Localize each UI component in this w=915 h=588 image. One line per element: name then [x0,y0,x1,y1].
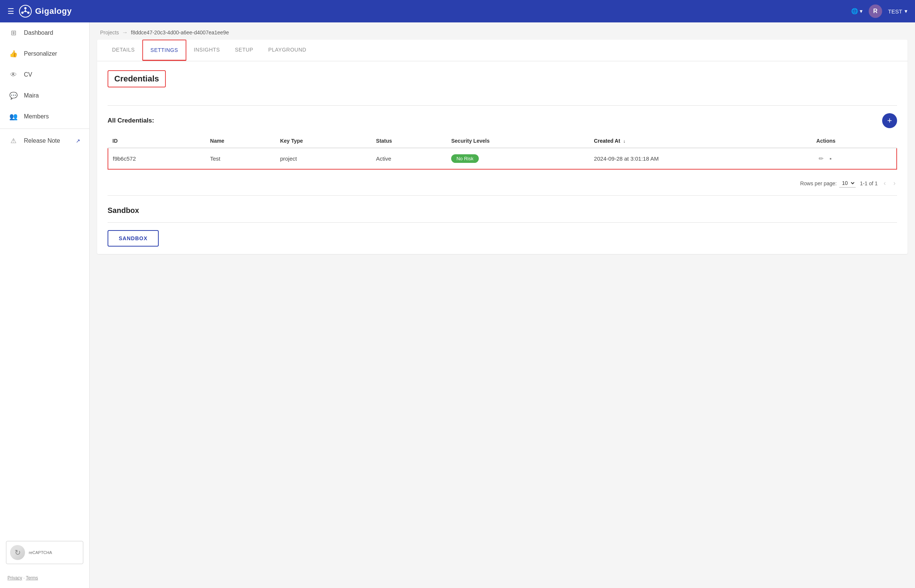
logo-text: Gigalogy [35,6,72,16]
tab-setup[interactable]: SETUP [228,40,261,61]
hamburger-menu[interactable]: ☰ [8,7,14,16]
svg-line-6 [24,11,25,12]
col-key-type: Key Type [276,134,371,148]
captcha-box: ↻ reCAPTCHA [6,541,83,564]
svg-point-4 [25,10,26,12]
pagination: Rows per page: 10 25 50 1-1 of 1 ‹ › [97,176,907,195]
credentials-table: ID Name Key Type Status Security Levels … [108,134,897,170]
top-nav-right: 🌐 ▾ R TEST ▾ [851,5,907,18]
breadcrumb-separator: → [122,29,128,36]
col-name: Name [206,134,276,148]
rows-per-page-select[interactable]: 10 25 50 [839,179,855,187]
privacy-terms-text: Privacy · Terms [0,568,89,588]
col-actions: Actions [812,134,897,148]
tab-bar: DETAILS SETTINGS INSIGHTS SETUP PLAYGROU… [97,40,907,61]
sandbox-title: Sandbox [108,206,897,215]
credentials-header: All Credentials: + [97,106,907,134]
sandbox-inner-divider [108,222,897,223]
sidebar-label-release-note: Release Note [24,137,60,144]
breadcrumb: Projects → f8ddce47-20c3-4d00-a6ee-d4007… [90,23,915,40]
add-credential-button[interactable]: + [882,113,897,128]
sidebar-label-personalizer: Personalizer [24,50,57,57]
privacy-link[interactable]: Privacy [8,575,22,580]
next-page-button[interactable]: › [892,179,897,188]
sidebar-label-maira: Maira [24,92,39,99]
sidebar-item-release-note[interactable]: ⚠ Release Note ↗ [0,130,89,151]
credentials-table-wrapper: ID Name Key Type Status Security Levels … [97,134,907,176]
language-selector[interactable]: 🌐 ▾ [851,8,863,15]
sidebar-divider [0,129,89,129]
members-icon: 👥 [9,112,18,121]
user-name: TEST [888,8,902,15]
tab-settings[interactable]: SETTINGS [142,40,186,61]
sidebar-label-dashboard: Dashboard [24,29,53,36]
maira-icon: 💬 [9,91,18,100]
sidebar-item-personalizer[interactable]: 👍 Personalizer [0,43,89,64]
svg-point-1 [24,7,26,9]
breadcrumb-projects[interactable]: Projects [100,29,119,36]
user-dropdown-arrow: ▾ [905,8,907,15]
settings-section: Credentials [97,61,907,105]
external-link-icon: ↗ [76,138,80,144]
sidebar-item-dashboard[interactable]: ⊞ Dashboard [0,23,89,43]
page-info: 1-1 of 1 [860,181,878,186]
release-note-icon: ⚠ [9,136,18,145]
sidebar-label-cv: CV [24,71,32,78]
col-status: Status [371,134,447,148]
personalizer-icon: 👍 [9,49,18,58]
col-created-at: Created At ↓ [589,134,812,148]
cell-status: Active [371,148,447,169]
prev-page-button[interactable]: ‹ [882,179,888,188]
sandbox-button[interactable]: SANDBOX [108,230,159,247]
rows-per-page-label: Rows per page: [800,181,837,186]
globe-dropdown-arrow: ▾ [860,8,863,15]
cell-created-at: 2024-09-28 at 3:01:18 AM [589,148,812,169]
table-row: f9b6c572 Test project Active No Risk 202… [108,148,897,169]
edit-credential-button[interactable]: ✏ [817,154,826,163]
table-header: ID Name Key Type Status Security Levels … [108,134,897,148]
credentials-section-title: Credentials [108,70,166,87]
rows-per-page: Rows per page: 10 25 50 [800,179,855,187]
cell-id: f9b6c572 [108,148,206,169]
globe-icon: 🌐 [851,8,858,15]
svg-line-7 [26,11,27,12]
sidebar-item-maira[interactable]: 💬 Maira [0,85,89,106]
security-badge: No Risk [451,154,479,163]
cell-security: No Risk [447,148,589,169]
dashboard-icon: ⊞ [9,28,18,37]
user-avatar: R [869,5,882,18]
cell-key-type: project [276,148,371,169]
sidebar-item-members[interactable]: 👥 Members [0,106,89,127]
main-container: ⊞ Dashboard 👍 Personalizer 👁 CV 💬 Maira … [0,23,915,588]
main-content: Projects → f8ddce47-20c3-4d00-a6ee-d4007… [90,23,915,588]
top-nav-left: ☰ Gigalogy [8,5,72,18]
cell-actions: ✏ ▪ [812,148,897,169]
captcha-label: reCAPTCHA [29,550,52,555]
sidebar: ⊞ Dashboard 👍 Personalizer 👁 CV 💬 Maira … [0,23,90,588]
terms-link[interactable]: Terms [26,575,38,580]
breadcrumb-current-project: f8ddce47-20c3-4d00-a6ee-d4007ea1ee9e [131,29,229,36]
sort-icon: ↓ [623,139,626,144]
sidebar-item-cv[interactable]: 👁 CV [0,64,89,85]
sidebar-label-members: Members [24,113,49,120]
logo[interactable]: Gigalogy [19,5,72,18]
table-body: f9b6c572 Test project Active No Risk 202… [108,148,897,169]
project-card: DETAILS SETTINGS INSIGHTS SETUP PLAYGROU… [97,40,907,254]
cv-icon: 👁 [9,70,18,79]
tab-playground[interactable]: PLAYGROUND [261,40,314,61]
captcha-image: ↻ [10,545,25,560]
col-security: Security Levels [447,134,589,148]
cell-name: Test [206,148,276,169]
tab-insights[interactable]: INSIGHTS [186,40,228,61]
release-note-left: ⚠ Release Note [9,136,60,145]
svg-point-2 [21,11,24,14]
top-navigation: ☰ Gigalogy 🌐 ▾ R TEST ▾ [0,0,915,23]
sandbox-section: Sandbox SANDBOX [97,196,907,254]
credentials-subtitle: All Credentials: [108,117,154,124]
tab-details[interactable]: DETAILS [105,40,142,61]
svg-point-3 [27,11,29,14]
user-menu[interactable]: TEST ▾ [888,8,907,15]
col-id: ID [108,134,206,148]
logo-icon [19,5,32,18]
delete-credential-button[interactable]: ▪ [827,155,834,163]
